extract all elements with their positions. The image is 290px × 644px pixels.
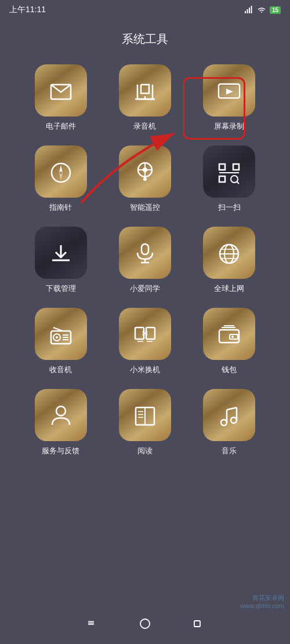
app-item-remote[interactable]: 智能遥控 xyxy=(107,145,182,213)
app-item-wallet[interactable]: 钱包 xyxy=(192,308,267,375)
app-icon-screen-record xyxy=(203,64,255,117)
app-label-xiaoai: 小爱同学 xyxy=(130,283,160,294)
svg-rect-22 xyxy=(219,176,225,182)
app-item-recorder[interactable]: 录音机 xyxy=(107,64,182,132)
app-label-scan: 扫一扫 xyxy=(218,202,241,213)
watermark: 青花安卓网www.qhhlv.com xyxy=(240,594,284,609)
app-label-recorder: 录音机 xyxy=(133,121,156,132)
nav-recent[interactable] xyxy=(188,615,206,632)
svg-point-59 xyxy=(221,420,227,425)
app-label-radio: 收音机 xyxy=(49,365,72,375)
app-icon-music xyxy=(203,389,255,441)
app-icon-email xyxy=(35,64,87,117)
app-label-feedback: 服务与反馈 xyxy=(42,446,79,456)
nav-back[interactable] xyxy=(84,615,102,632)
app-item-radio[interactable]: 收音机 xyxy=(23,308,98,375)
app-label-compass: 指南针 xyxy=(49,202,72,213)
app-label-email: 电子邮件 xyxy=(46,121,76,132)
battery-icon: 15 xyxy=(270,6,281,14)
svg-point-39 xyxy=(56,336,58,339)
svg-point-60 xyxy=(231,417,237,423)
svg-marker-11 xyxy=(59,165,63,173)
svg-rect-0 xyxy=(245,11,246,13)
app-icon-wallet xyxy=(203,308,255,360)
svg-rect-2 xyxy=(249,8,250,13)
app-icon-feedback xyxy=(35,389,87,441)
wifi-icon xyxy=(257,5,266,14)
svg-rect-3 xyxy=(251,6,252,13)
svg-point-19 xyxy=(143,177,147,181)
app-item-email[interactable]: 电子邮件 xyxy=(23,64,98,132)
page-title: 系统工具 xyxy=(0,31,290,47)
app-icon-reader xyxy=(119,389,171,441)
app-item-music[interactable]: 音乐 xyxy=(192,389,267,456)
app-icon-xiaoai xyxy=(119,227,171,279)
app-item-screen-record[interactable]: 屏幕录制 xyxy=(192,64,267,132)
app-label-music: 音乐 xyxy=(222,446,237,456)
svg-rect-44 xyxy=(146,328,155,339)
app-item-scan[interactable]: 扫一扫 xyxy=(192,145,267,213)
app-icon-radio xyxy=(35,308,87,360)
app-icon-compass xyxy=(35,145,87,198)
app-item-miswitch[interactable]: 小米换机 xyxy=(107,308,182,375)
svg-rect-20 xyxy=(219,164,225,170)
app-item-xiaoai[interactable]: 小爱同学 xyxy=(107,227,182,294)
bottom-nav xyxy=(0,615,290,632)
svg-line-63 xyxy=(227,407,237,410)
app-label-download: 下载管理 xyxy=(46,283,76,294)
app-item-download[interactable]: 下载管理 xyxy=(23,227,98,294)
svg-rect-67 xyxy=(88,621,94,623)
apps-grid: 电子邮件 录音机 屏幕录制 指南针 智能遥控 扫一扫 xyxy=(0,64,290,456)
svg-point-50 xyxy=(231,336,234,338)
app-icon-vpn xyxy=(203,227,255,279)
svg-point-53 xyxy=(56,406,66,416)
nav-home[interactable] xyxy=(136,615,154,632)
app-label-wallet: 钱包 xyxy=(222,365,237,375)
signal-icon xyxy=(244,5,253,14)
app-icon-recorder xyxy=(119,64,171,117)
svg-marker-12 xyxy=(59,173,63,180)
app-item-feedback[interactable]: 服务与反馈 xyxy=(23,389,98,456)
app-label-screen-record: 屏幕录制 xyxy=(214,121,244,132)
svg-rect-1 xyxy=(246,9,248,13)
app-label-miswitch: 小米换机 xyxy=(130,365,160,375)
app-item-compass[interactable]: 指南针 xyxy=(23,145,98,213)
svg-rect-65 xyxy=(88,623,94,624)
app-label-vpn: 全球上网 xyxy=(214,283,244,294)
status-bar: 上午11:11 15 xyxy=(0,0,290,20)
app-icon-miswitch xyxy=(119,308,171,360)
app-icon-scan xyxy=(203,145,255,198)
svg-line-25 xyxy=(237,181,239,184)
app-label-remote: 智能遥控 xyxy=(130,202,160,213)
app-item-vpn[interactable]: 全球上网 xyxy=(192,227,267,294)
app-icon-remote xyxy=(119,145,171,198)
svg-rect-21 xyxy=(233,164,239,170)
app-item-reader[interactable]: 阅读 xyxy=(107,389,182,456)
svg-rect-28 xyxy=(142,244,148,254)
svg-rect-43 xyxy=(135,328,144,339)
svg-rect-68 xyxy=(140,619,150,628)
status-icons: 15 xyxy=(244,5,281,14)
app-icon-download xyxy=(35,227,87,279)
svg-rect-66 xyxy=(88,624,94,625)
status-time: 上午11:11 xyxy=(9,5,46,15)
app-label-reader: 阅读 xyxy=(137,446,153,456)
svg-rect-69 xyxy=(194,621,200,627)
